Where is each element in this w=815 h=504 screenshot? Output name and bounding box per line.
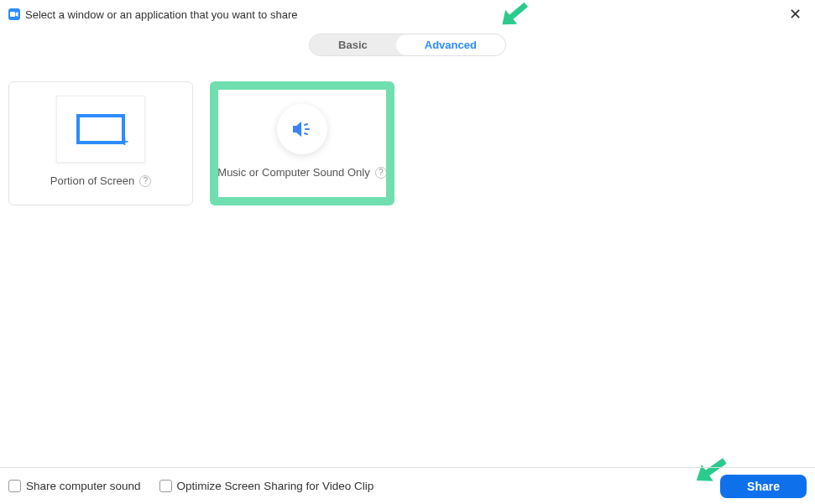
footer-left: Share computer sound Optimize Screen Sha… (8, 480, 374, 492)
tab-group: Basic Advanced (309, 34, 506, 56)
checkbox-share-computer-sound[interactable]: Share computer sound (8, 480, 141, 492)
option-music-or-sound-only[interactable]: Music or Computer Sound Only ? (210, 81, 394, 205)
portion-thumbnail (56, 96, 145, 163)
option-portion-of-screen[interactable]: Portion of Screen ? (8, 81, 193, 205)
sound-thumbnail (277, 104, 327, 154)
tab-advanced[interactable]: Advanced (396, 34, 505, 55)
share-options-grid: Portion of Screen ? Music or Computer So… (0, 56, 815, 205)
optimize-label: Optimize Screen Sharing for Video Clip (177, 480, 374, 492)
sound-label: Music or Computer Sound Only (217, 166, 369, 179)
dialog-header: Select a window or an application that y… (0, 0, 815, 29)
card-label-row: Music or Computer Sound Only ? (217, 166, 386, 179)
speaker-icon (291, 120, 313, 138)
tab-basic[interactable]: Basic (310, 34, 396, 55)
portion-rect-icon (76, 114, 125, 144)
checkbox-icon (8, 480, 21, 492)
checkbox-icon (159, 480, 172, 492)
header-left: Select a window or an application that y… (8, 8, 297, 21)
card-label-row: Portion of Screen ? (50, 174, 151, 187)
portion-label: Portion of Screen (50, 174, 134, 187)
dialog-footer: Share computer sound Optimize Screen Sha… (0, 467, 815, 504)
help-icon[interactable]: ? (375, 167, 387, 179)
checkbox-optimize-video-clip[interactable]: Optimize Screen Sharing for Video Clip (159, 480, 374, 492)
help-icon[interactable]: ? (139, 175, 151, 187)
share-button[interactable]: Share (720, 475, 807, 498)
dialog-title: Select a window or an application that y… (25, 8, 297, 21)
share-sound-label: Share computer sound (26, 480, 141, 492)
svg-rect-0 (10, 12, 15, 17)
zoom-icon (8, 8, 20, 20)
tab-bar: Basic Advanced (0, 34, 815, 56)
close-icon[interactable]: ✕ (784, 5, 807, 23)
